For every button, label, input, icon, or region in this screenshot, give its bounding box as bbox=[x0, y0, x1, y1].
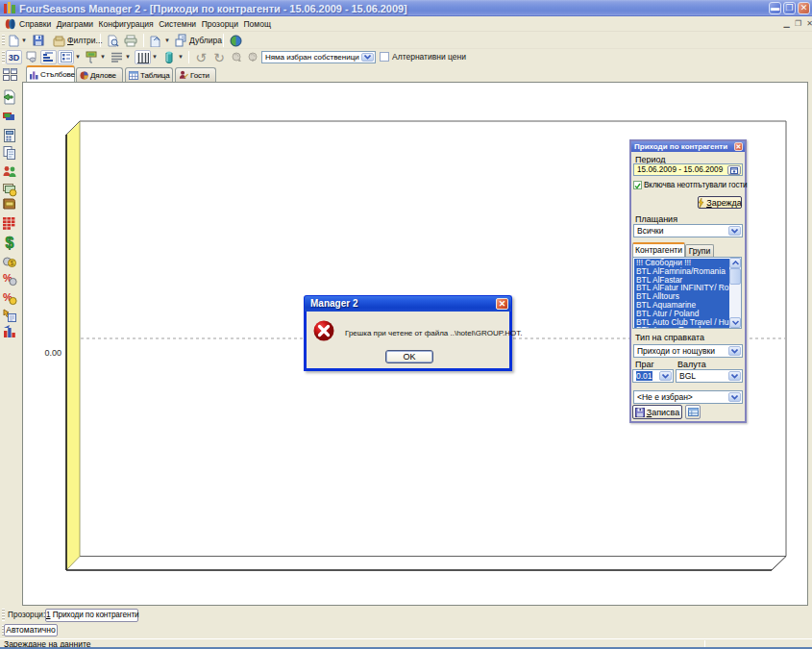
svg-text:$: $ bbox=[6, 235, 14, 250]
svg-text:0.00: 0.00 bbox=[44, 348, 62, 358]
svg-text:$: $ bbox=[11, 260, 14, 266]
